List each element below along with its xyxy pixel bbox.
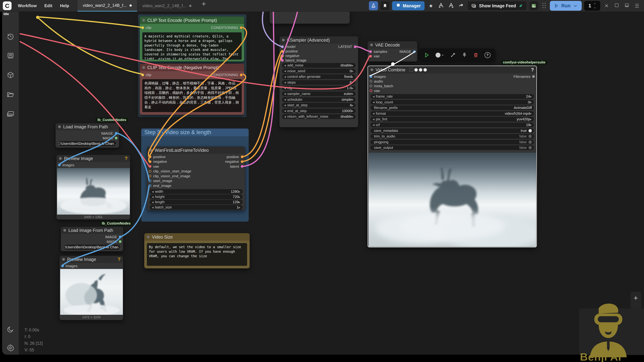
increment-arrow-icon[interactable]: ▶ — [352, 98, 354, 101]
node-color-picker[interactable] — [436, 53, 444, 57]
node-preview-image-1[interactable]: Preview Image ? images — [56, 155, 130, 220]
slot-dot-icon[interactable] — [142, 26, 144, 29]
preview-image[interactable] — [57, 168, 130, 215]
decrement-arrow-icon[interactable]: ◀ — [372, 95, 374, 98]
node-title-bar[interactable]: CLIP Text Encode (Positive Prompt) — [140, 16, 244, 24]
increment-arrow-icon[interactable]: ▶ — [352, 87, 354, 89]
input-slot-clip_vision_end_image[interactable]: clip_vision_end_image — [148, 174, 192, 179]
collapse-dot-icon[interactable] — [150, 149, 152, 152]
partial-node-top[interactable] — [270, 11, 350, 24]
node-title-bar[interactable]: Video Size — [144, 233, 250, 241]
collapse-dot-icon[interactable] — [370, 43, 373, 46]
slot-dot-icon[interactable] — [281, 59, 284, 62]
widget-pix_fmt[interactable]: ◀pix_fmtyuv420p▶ — [370, 117, 534, 121]
output-slot-CONDITIONING[interactable]: CONDITIONING — [210, 72, 244, 78]
decrement-arrow-icon[interactable]: ◀ — [372, 112, 374, 115]
batch-count-input[interactable]: 1 ⌃⌃ — [584, 1, 600, 11]
increment-arrow-icon[interactable]: ▶ — [238, 196, 240, 198]
decrement-arrow-icon[interactable]: ◀ — [284, 115, 286, 118]
widget-steps[interactable]: ◀steps8▶ — [282, 80, 356, 85]
manager-button[interactable]: Manager — [392, 1, 425, 10]
slot-dot-icon[interactable] — [241, 155, 244, 158]
output-slot-CONDITIONING[interactable]: CONDITIONING — [210, 25, 244, 30]
slot-dot-icon[interactable] — [369, 50, 372, 53]
slot-dot-icon[interactable] — [370, 85, 372, 87]
slot-dot-icon[interactable] — [240, 74, 242, 76]
decrement-arrow-icon[interactable]: ◀ — [152, 206, 154, 209]
widget-end_at_step[interactable]: ◀end_at_step10000▶ — [282, 109, 356, 113]
increment-arrow-icon[interactable]: ▶ — [352, 92, 354, 95]
widget-width[interactable]: ◀width1280▶ — [150, 189, 242, 194]
decrement-arrow-icon[interactable]: ◀ — [152, 190, 154, 193]
input-slot-images[interactable]: images — [60, 264, 78, 268]
widget-format[interactable]: ◀formatvideo/h264-mp4▶ — [370, 111, 534, 116]
collapse-dot-icon[interactable] — [63, 229, 66, 232]
input-slot-meta_batch[interactable]: meta_batch — [369, 84, 394, 88]
node-library-button[interactable] — [2, 50, 19, 62]
node-title-bar[interactable]: WanFirstLastFrameToVideo — [147, 147, 245, 154]
increment-arrow-icon[interactable]: ▶ — [530, 118, 532, 120]
input-slot-positive[interactable]: positive — [280, 49, 307, 53]
slot-dot-icon[interactable] — [149, 184, 152, 187]
node-title-bar[interactable]: KSampler (Advanced) — [280, 36, 358, 44]
settings-button[interactable] — [2, 342, 19, 354]
widget-loop_count[interactable]: ◀loop_count0▶ — [370, 100, 534, 105]
image-path-input[interactable]: C:\Users\Ben\Desktop\Benji AI Chan ... — [64, 245, 120, 250]
input-slot-positive[interactable]: positive — [148, 154, 192, 159]
bypass-icon[interactable] — [450, 52, 456, 58]
slot-dot-icon[interactable] — [413, 50, 416, 53]
slot-dot-icon[interactable] — [149, 170, 152, 173]
show-image-feed-button[interactable]: Show Image Feed — [468, 1, 526, 10]
widget-scheduler[interactable]: ◀schedulersimple▶ — [282, 97, 356, 102]
tab-workflow-active[interactable]: video_wan2_2_14B_f... — [78, 0, 137, 11]
hamburger-menu-button[interactable]: ☰ — [633, 3, 641, 9]
increment-arrow-icon[interactable]: ▶ — [352, 81, 354, 84]
node-title-bar[interactable]: Preview Image ? — [60, 256, 123, 263]
toggle-knob[interactable] — [528, 140, 532, 144]
increment-arrow-icon[interactable]: ▶ — [238, 190, 240, 193]
panel-right-button[interactable] — [613, 3, 620, 9]
fit-view-a-button[interactable] — [437, 2, 445, 9]
decrement-arrow-icon[interactable]: ◀ — [284, 81, 286, 84]
slot-dot-icon[interactable] — [532, 75, 535, 78]
increment-arrow-icon[interactable]: ▶ — [352, 115, 354, 118]
input-slot-end_image[interactable]: end_image — [148, 183, 192, 188]
decrement-arrow-icon[interactable]: ◀ — [284, 98, 286, 101]
node-wan-first-last-frame-to-video[interactable]: WanFirstLastFrameToVideo positivenegativ… — [147, 147, 245, 210]
negative-prompt-textarea[interactable]: 色调艳丽，过曝，静态，细节模糊不清，字幕，风格，作品，画作，画面，静止，整体发灰… — [142, 79, 242, 112]
node-vae-decode[interactable]: VAE Decode samplesvae IMAGE — [368, 41, 418, 61]
increment-arrow-icon[interactable]: ▶ — [352, 70, 354, 72]
help-icon[interactable]: ? — [484, 52, 490, 58]
collapse-dot-icon[interactable] — [370, 68, 373, 71]
fit-node-a-button[interactable] — [447, 2, 455, 9]
slot-dot-icon[interactable] — [58, 164, 61, 166]
collapse-dot-icon[interactable] — [62, 258, 65, 261]
increment-arrow-icon[interactable]: ▶ — [352, 75, 354, 78]
widget-return_with_leftover_noise[interactable]: ◀return_with_leftover_noisedisable▶ — [282, 114, 356, 119]
preview-image[interactable] — [60, 269, 123, 315]
tab-workflow-inactive[interactable]: video_wan2_2_14B_f... — [137, 0, 197, 11]
output-slot-IMAGE[interactable]: IMAGE — [398, 49, 416, 54]
pin-icon[interactable] — [462, 52, 467, 58]
comfyui-logo-icon[interactable]: C — [3, 1, 12, 10]
node-note-video-size[interactable]: Video Size By default, we set the video … — [144, 233, 250, 268]
theme-flask-button[interactable] — [369, 1, 378, 10]
input-slot-negative[interactable]: negative — [148, 159, 192, 164]
output-slot-IMAGE[interactable]: IMAGE — [100, 131, 118, 136]
slot-dot-icon[interactable] — [119, 236, 122, 238]
collapse-dot-icon[interactable] — [58, 125, 61, 128]
increment-arrow-icon[interactable]: ▶ — [352, 110, 354, 112]
slot-dot-icon[interactable] — [369, 55, 372, 57]
collapse-dot-icon[interactable] — [282, 39, 285, 41]
decrement-arrow-icon[interactable]: ◀ — [372, 124, 374, 126]
slot-dot-icon[interactable] — [240, 26, 242, 29]
slot-dot-icon[interactable] — [281, 45, 284, 48]
video-preview[interactable] — [368, 153, 536, 247]
bookmark-button[interactable] — [380, 1, 390, 10]
node-title-bar[interactable]: Video Combine ? — [368, 66, 536, 73]
input-slot-model[interactable]: model — [280, 44, 307, 49]
history-button[interactable] — [2, 30, 19, 43]
widget-control_after_generate[interactable]: ◀control after generatefixed▶ — [282, 74, 356, 79]
widget-crf[interactable]: ◀crf19▶ — [370, 123, 534, 127]
widget-noise_seed[interactable]: ◀noise_seed0▶ — [282, 69, 356, 73]
